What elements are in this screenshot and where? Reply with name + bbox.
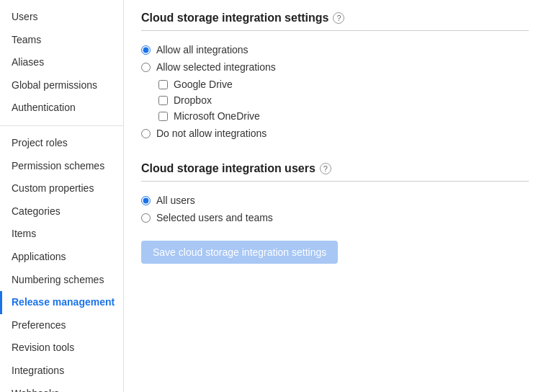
- all-users-option[interactable]: All users: [141, 195, 529, 206]
- users-options-group: All users Selected users and teams: [141, 189, 529, 229]
- do-not-allow-integrations-label: Do not allow integrations: [156, 128, 267, 139]
- google-drive-label: Google Drive: [174, 79, 233, 90]
- sidebar-item-applications[interactable]: Applications: [0, 246, 123, 269]
- sidebar-item-preferences[interactable]: Preferences: [0, 314, 123, 337]
- selected-users-label: Selected users and teams: [156, 212, 273, 223]
- sidebar-item-integrations[interactable]: Integrations: [0, 360, 123, 383]
- selected-users-radio[interactable]: [141, 213, 151, 223]
- sidebar-item-global-permissions[interactable]: Global permissions: [0, 74, 123, 97]
- sidebar-item-teams[interactable]: Teams: [0, 29, 123, 52]
- sidebar-item-aliases[interactable]: Aliases: [0, 51, 123, 74]
- cloud-storage-users-help-icon[interactable]: ?: [320, 163, 331, 174]
- cloud-storage-settings-title: Cloud storage integration settings: [141, 12, 328, 24]
- all-users-radio[interactable]: [141, 196, 151, 205]
- cloud-storage-settings-header: Cloud storage integration settings ?: [141, 12, 529, 31]
- do-not-allow-integrations-radio[interactable]: [141, 129, 151, 138]
- cloud-storage-settings-help-icon[interactable]: ?: [333, 12, 344, 24]
- sub-integrations-group: Google Drive Dropbox Microsoft OneDrive: [141, 79, 529, 122]
- sidebar-item-authentication[interactable]: Authentication: [0, 97, 123, 120]
- sidebar-item-release-management[interactable]: Release management: [0, 291, 123, 314]
- sidebar-item-project-roles[interactable]: Project roles: [0, 132, 123, 155]
- sidebar-item-users[interactable]: Users: [0, 6, 123, 29]
- google-drive-checkbox[interactable]: [158, 80, 168, 89]
- cloud-storage-users-section: Cloud storage integration users ? All us…: [141, 162, 529, 264]
- sidebar-item-revision-tools[interactable]: Revision tools: [0, 337, 123, 360]
- sidebar-item-categories[interactable]: Categories: [0, 200, 123, 223]
- dropbox-checkbox[interactable]: [158, 96, 168, 105]
- allow-all-integrations-label: Allow all integrations: [156, 44, 249, 55]
- microsoft-onedrive-label: Microsoft OneDrive: [174, 110, 260, 122]
- sidebar-item-custom-properties[interactable]: Custom properties: [0, 177, 123, 200]
- sidebar-item-numbering-schemes[interactable]: Numbering schemes: [0, 269, 123, 292]
- allow-selected-integrations-option[interactable]: Allow selected integrations: [141, 61, 529, 73]
- sidebar: Users Teams Aliases Global permissions A…: [0, 0, 124, 392]
- sidebar-item-items[interactable]: Items: [0, 223, 123, 246]
- cloud-storage-settings-section: Cloud storage integration settings ? All…: [141, 12, 529, 145]
- allow-all-integrations-option[interactable]: Allow all integrations: [141, 44, 529, 55]
- allow-selected-integrations-radio[interactable]: [141, 63, 151, 72]
- cloud-storage-users-header: Cloud storage integration users ?: [141, 162, 529, 182]
- allow-selected-integrations-label: Allow selected integrations: [156, 61, 276, 73]
- integration-options-group: Allow all integrations Allow selected in…: [141, 38, 529, 145]
- all-users-label: All users: [156, 195, 195, 206]
- google-drive-option[interactable]: Google Drive: [158, 79, 529, 90]
- dropbox-label: Dropbox: [174, 94, 212, 106]
- main-content: Cloud storage integration settings ? All…: [124, 0, 546, 392]
- microsoft-onedrive-checkbox[interactable]: [158, 112, 168, 121]
- selected-users-option[interactable]: Selected users and teams: [141, 212, 529, 223]
- microsoft-onedrive-option[interactable]: Microsoft OneDrive: [158, 110, 529, 122]
- allow-all-integrations-radio[interactable]: [141, 45, 151, 55]
- sidebar-divider-1: [0, 125, 123, 126]
- cloud-storage-users-title: Cloud storage integration users: [141, 162, 315, 175]
- sidebar-item-permission-schemes[interactable]: Permission schemes: [0, 155, 123, 178]
- sidebar-item-webhooks[interactable]: Webhooks: [0, 383, 123, 393]
- save-button[interactable]: Save cloud storage integration settings: [141, 241, 338, 264]
- do-not-allow-integrations-option[interactable]: Do not allow integrations: [141, 128, 529, 139]
- dropbox-option[interactable]: Dropbox: [158, 94, 529, 106]
